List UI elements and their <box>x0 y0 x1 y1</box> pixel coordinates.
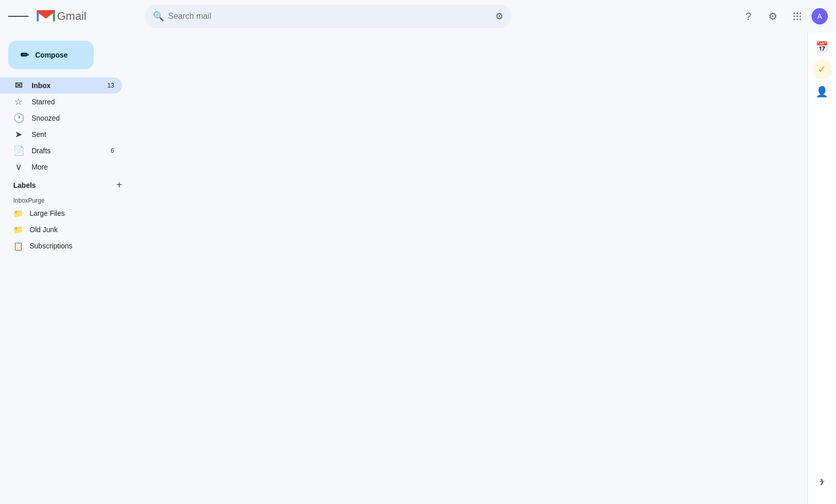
topbar-left: Gmail <box>8 6 139 26</box>
hamburger-menu[interactable] <box>8 6 29 26</box>
snoozed-icon: 🕐 <box>13 113 23 124</box>
folder-icon-2: 📁 <box>13 225 23 235</box>
folder-icon: 📁 <box>13 209 23 218</box>
svg-point-6 <box>794 16 795 17</box>
label-group-title: InboxPurge <box>0 193 130 205</box>
snoozed-label: Snoozed <box>32 114 114 122</box>
search-options-icon[interactable]: ⚙ <box>495 11 503 22</box>
more-icon: ∨ <box>13 161 23 173</box>
starred-label: Starred <box>32 98 114 106</box>
label-item-subscriptions[interactable]: 📋 Subscriptions <box>0 238 122 254</box>
search-input[interactable] <box>168 12 491 21</box>
drafts-badge: 6 <box>111 147 114 154</box>
sent-label: Sent <box>32 130 114 138</box>
sidebar-item-inbox[interactable]: ✉ Inbox 13 <box>0 77 122 94</box>
help-icon[interactable]: ? <box>738 6 759 26</box>
settings-icon[interactable]: ⚙ <box>763 6 783 26</box>
sidebar-item-snoozed[interactable]: 🕐 Snoozed <box>0 110 122 126</box>
sidebar-item-more[interactable]: ∨ More <box>0 159 122 175</box>
right-icon-bar: 📅 ✓ 👤 + ❯ <box>807 33 836 504</box>
gmail-apps-icon[interactable] <box>787 6 807 26</box>
gmail-logo-icon <box>37 9 55 23</box>
labels-add-icon[interactable]: + <box>116 179 122 191</box>
svg-point-5 <box>800 13 801 14</box>
topbar-right: ? ⚙ A <box>738 6 828 26</box>
sidebar-item-sent[interactable]: ➤ Sent <box>0 126 122 143</box>
more-label: More <box>32 163 114 171</box>
svg-point-9 <box>794 19 795 20</box>
starred-icon: ☆ <box>13 96 23 107</box>
svg-point-10 <box>797 19 798 20</box>
app-name-text: Gmail <box>57 10 86 23</box>
inbox-badge: 13 <box>107 82 114 89</box>
subscriptions-label: Subscriptions <box>30 242 72 250</box>
compose-label: Compose <box>35 51 68 59</box>
label-item-old-junk[interactable]: 📁 Old Junk <box>0 221 122 238</box>
calendar-icon[interactable]: 📅 <box>812 37 832 57</box>
search-bar-inner[interactable]: 🔍 ⚙ <box>145 5 511 28</box>
inbox-label: Inbox <box>32 81 99 90</box>
svg-point-3 <box>794 13 795 14</box>
inbox-icon: ✉ <box>13 80 23 91</box>
svg-point-8 <box>800 16 801 17</box>
avatar[interactable]: A <box>812 8 828 24</box>
tasks-icon[interactable]: ✓ <box>812 59 832 79</box>
topbar: Gmail 🔍 ⚙ ? ⚙ A <box>0 0 836 33</box>
sent-icon: ➤ <box>13 129 23 140</box>
large-files-label: Large Files <box>30 209 65 217</box>
label-item-large-files[interactable]: 📁 Large Files <box>0 205 122 221</box>
gmail-logo: Gmail <box>37 9 86 23</box>
sidebar: ✏ Compose ✉ Inbox 13 ☆ Starred 🕐 Snoozed… <box>0 33 130 504</box>
subscriptions-icon: 📋 <box>13 241 23 251</box>
search-icon: 🔍 <box>153 11 164 22</box>
svg-point-11 <box>800 19 801 20</box>
sidebar-item-starred[interactable]: ☆ Starred <box>0 94 122 110</box>
search-bar: 🔍 ⚙ <box>145 5 511 28</box>
svg-point-4 <box>797 13 798 14</box>
compose-icon: ✏ <box>20 49 29 61</box>
svg-rect-2 <box>53 11 55 21</box>
expand-icon[interactable]: ❯ <box>812 471 832 492</box>
drafts-label: Drafts <box>32 147 102 155</box>
labels-section: Labels + <box>0 175 130 193</box>
labels-title: Labels <box>13 181 36 189</box>
old-junk-label: Old Junk <box>30 226 58 234</box>
sidebar-item-drafts[interactable]: 📄 Drafts 6 <box>0 143 122 159</box>
contacts-icon[interactable]: 👤 <box>812 81 832 102</box>
svg-rect-1 <box>37 11 39 21</box>
compose-button[interactable]: ✏ Compose <box>8 41 94 69</box>
drafts-icon: 📄 <box>13 145 23 156</box>
svg-point-7 <box>797 16 798 17</box>
